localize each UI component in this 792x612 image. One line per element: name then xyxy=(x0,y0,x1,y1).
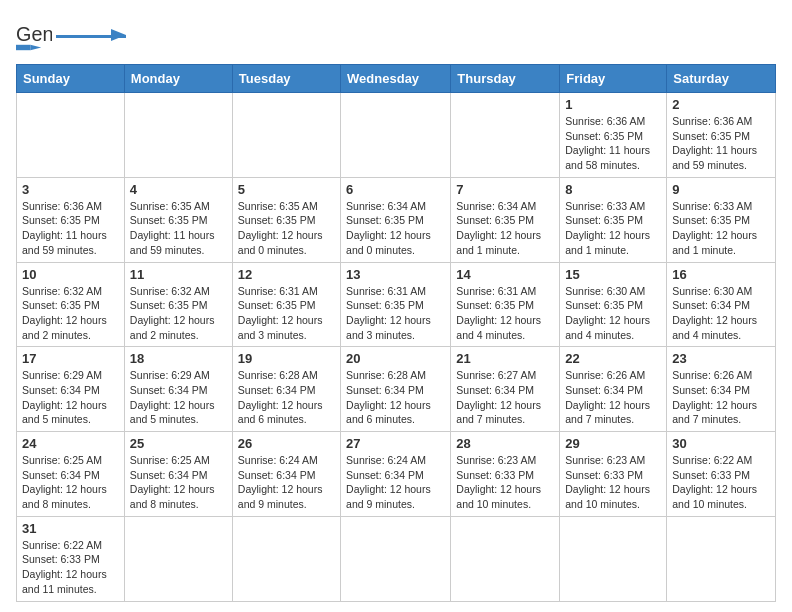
calendar-cell xyxy=(341,516,451,601)
weekday-header-sunday: Sunday xyxy=(17,65,125,93)
day-number: 18 xyxy=(130,351,227,366)
svg-marker-2 xyxy=(30,45,41,50)
calendar-header: SundayMondayTuesdayWednesdayThursdayFrid… xyxy=(17,65,776,93)
day-info: Sunrise: 6:22 AM Sunset: 6:33 PM Dayligh… xyxy=(22,538,119,597)
logo: General xyxy=(16,16,126,52)
day-number: 27 xyxy=(346,436,445,451)
calendar-cell: 4Sunrise: 6:35 AM Sunset: 6:35 PM Daylig… xyxy=(124,177,232,262)
day-info: Sunrise: 6:32 AM Sunset: 6:35 PM Dayligh… xyxy=(130,284,227,343)
day-info: Sunrise: 6:34 AM Sunset: 6:35 PM Dayligh… xyxy=(456,199,554,258)
calendar-cell: 24Sunrise: 6:25 AM Sunset: 6:34 PM Dayli… xyxy=(17,432,125,517)
day-number: 15 xyxy=(565,267,661,282)
day-number: 4 xyxy=(130,182,227,197)
day-number: 21 xyxy=(456,351,554,366)
calendar-cell: 26Sunrise: 6:24 AM Sunset: 6:34 PM Dayli… xyxy=(232,432,340,517)
day-info: Sunrise: 6:35 AM Sunset: 6:35 PM Dayligh… xyxy=(130,199,227,258)
day-number: 5 xyxy=(238,182,335,197)
calendar-cell: 19Sunrise: 6:28 AM Sunset: 6:34 PM Dayli… xyxy=(232,347,340,432)
day-info: Sunrise: 6:24 AM Sunset: 6:34 PM Dayligh… xyxy=(346,453,445,512)
day-info: Sunrise: 6:28 AM Sunset: 6:34 PM Dayligh… xyxy=(346,368,445,427)
day-info: Sunrise: 6:29 AM Sunset: 6:34 PM Dayligh… xyxy=(130,368,227,427)
calendar-table: SundayMondayTuesdayWednesdayThursdayFrid… xyxy=(16,64,776,602)
calendar-cell: 14Sunrise: 6:31 AM Sunset: 6:35 PM Dayli… xyxy=(451,262,560,347)
calendar-cell xyxy=(560,516,667,601)
calendar-cell: 20Sunrise: 6:28 AM Sunset: 6:34 PM Dayli… xyxy=(341,347,451,432)
calendar-cell: 9Sunrise: 6:33 AM Sunset: 6:35 PM Daylig… xyxy=(667,177,776,262)
svg-text:General: General xyxy=(16,23,52,45)
day-info: Sunrise: 6:25 AM Sunset: 6:34 PM Dayligh… xyxy=(22,453,119,512)
day-number: 16 xyxy=(672,267,770,282)
weekday-header-saturday: Saturday xyxy=(667,65,776,93)
calendar-cell xyxy=(341,93,451,178)
day-info: Sunrise: 6:31 AM Sunset: 6:35 PM Dayligh… xyxy=(456,284,554,343)
day-info: Sunrise: 6:33 AM Sunset: 6:35 PM Dayligh… xyxy=(672,199,770,258)
day-number: 12 xyxy=(238,267,335,282)
calendar-cell: 5Sunrise: 6:35 AM Sunset: 6:35 PM Daylig… xyxy=(232,177,340,262)
day-number: 28 xyxy=(456,436,554,451)
day-info: Sunrise: 6:34 AM Sunset: 6:35 PM Dayligh… xyxy=(346,199,445,258)
calendar-cell: 28Sunrise: 6:23 AM Sunset: 6:33 PM Dayli… xyxy=(451,432,560,517)
day-number: 1 xyxy=(565,97,661,112)
day-info: Sunrise: 6:26 AM Sunset: 6:34 PM Dayligh… xyxy=(565,368,661,427)
calendar-cell: 25Sunrise: 6:25 AM Sunset: 6:34 PM Dayli… xyxy=(124,432,232,517)
day-info: Sunrise: 6:32 AM Sunset: 6:35 PM Dayligh… xyxy=(22,284,119,343)
day-info: Sunrise: 6:36 AM Sunset: 6:35 PM Dayligh… xyxy=(565,114,661,173)
day-number: 19 xyxy=(238,351,335,366)
logo-icon: General xyxy=(16,16,52,52)
day-number: 30 xyxy=(672,436,770,451)
day-info: Sunrise: 6:31 AM Sunset: 6:35 PM Dayligh… xyxy=(346,284,445,343)
day-info: Sunrise: 6:29 AM Sunset: 6:34 PM Dayligh… xyxy=(22,368,119,427)
calendar-cell: 7Sunrise: 6:34 AM Sunset: 6:35 PM Daylig… xyxy=(451,177,560,262)
calendar-cell: 13Sunrise: 6:31 AM Sunset: 6:35 PM Dayli… xyxy=(341,262,451,347)
day-info: Sunrise: 6:24 AM Sunset: 6:34 PM Dayligh… xyxy=(238,453,335,512)
day-number: 9 xyxy=(672,182,770,197)
calendar-cell: 30Sunrise: 6:22 AM Sunset: 6:33 PM Dayli… xyxy=(667,432,776,517)
calendar-cell: 27Sunrise: 6:24 AM Sunset: 6:34 PM Dayli… xyxy=(341,432,451,517)
day-number: 7 xyxy=(456,182,554,197)
calendar-cell xyxy=(232,93,340,178)
day-info: Sunrise: 6:31 AM Sunset: 6:35 PM Dayligh… xyxy=(238,284,335,343)
day-info: Sunrise: 6:27 AM Sunset: 6:34 PM Dayligh… xyxy=(456,368,554,427)
calendar-cell: 11Sunrise: 6:32 AM Sunset: 6:35 PM Dayli… xyxy=(124,262,232,347)
logo-underline-svg xyxy=(56,29,126,43)
calendar-cell xyxy=(124,516,232,601)
day-info: Sunrise: 6:35 AM Sunset: 6:35 PM Dayligh… xyxy=(238,199,335,258)
weekday-header-friday: Friday xyxy=(560,65,667,93)
day-number: 3 xyxy=(22,182,119,197)
weekday-header-tuesday: Tuesday xyxy=(232,65,340,93)
day-number: 31 xyxy=(22,521,119,536)
day-number: 17 xyxy=(22,351,119,366)
calendar-cell: 22Sunrise: 6:26 AM Sunset: 6:34 PM Dayli… xyxy=(560,347,667,432)
day-info: Sunrise: 6:30 AM Sunset: 6:35 PM Dayligh… xyxy=(565,284,661,343)
calendar-cell: 23Sunrise: 6:26 AM Sunset: 6:34 PM Dayli… xyxy=(667,347,776,432)
calendar-cell: 15Sunrise: 6:30 AM Sunset: 6:35 PM Dayli… xyxy=(560,262,667,347)
calendar-cell xyxy=(451,516,560,601)
calendar-cell: 18Sunrise: 6:29 AM Sunset: 6:34 PM Dayli… xyxy=(124,347,232,432)
day-number: 22 xyxy=(565,351,661,366)
day-info: Sunrise: 6:30 AM Sunset: 6:34 PM Dayligh… xyxy=(672,284,770,343)
calendar-cell: 10Sunrise: 6:32 AM Sunset: 6:35 PM Dayli… xyxy=(17,262,125,347)
day-number: 29 xyxy=(565,436,661,451)
calendar-cell: 12Sunrise: 6:31 AM Sunset: 6:35 PM Dayli… xyxy=(232,262,340,347)
day-number: 2 xyxy=(672,97,770,112)
calendar-cell: 29Sunrise: 6:23 AM Sunset: 6:33 PM Dayli… xyxy=(560,432,667,517)
day-number: 11 xyxy=(130,267,227,282)
day-info: Sunrise: 6:36 AM Sunset: 6:35 PM Dayligh… xyxy=(22,199,119,258)
day-info: Sunrise: 6:22 AM Sunset: 6:33 PM Dayligh… xyxy=(672,453,770,512)
calendar-cell xyxy=(17,93,125,178)
day-info: Sunrise: 6:23 AM Sunset: 6:33 PM Dayligh… xyxy=(565,453,661,512)
calendar-cell: 21Sunrise: 6:27 AM Sunset: 6:34 PM Dayli… xyxy=(451,347,560,432)
calendar-cell: 31Sunrise: 6:22 AM Sunset: 6:33 PM Dayli… xyxy=(17,516,125,601)
day-info: Sunrise: 6:25 AM Sunset: 6:34 PM Dayligh… xyxy=(130,453,227,512)
day-info: Sunrise: 6:33 AM Sunset: 6:35 PM Dayligh… xyxy=(565,199,661,258)
day-number: 8 xyxy=(565,182,661,197)
calendar-cell: 1Sunrise: 6:36 AM Sunset: 6:35 PM Daylig… xyxy=(560,93,667,178)
day-number: 23 xyxy=(672,351,770,366)
calendar-cell: 3Sunrise: 6:36 AM Sunset: 6:35 PM Daylig… xyxy=(17,177,125,262)
weekday-header-thursday: Thursday xyxy=(451,65,560,93)
day-number: 14 xyxy=(456,267,554,282)
weekday-header-wednesday: Wednesday xyxy=(341,65,451,93)
calendar-cell: 8Sunrise: 6:33 AM Sunset: 6:35 PM Daylig… xyxy=(560,177,667,262)
day-info: Sunrise: 6:28 AM Sunset: 6:34 PM Dayligh… xyxy=(238,368,335,427)
day-info: Sunrise: 6:36 AM Sunset: 6:35 PM Dayligh… xyxy=(672,114,770,173)
